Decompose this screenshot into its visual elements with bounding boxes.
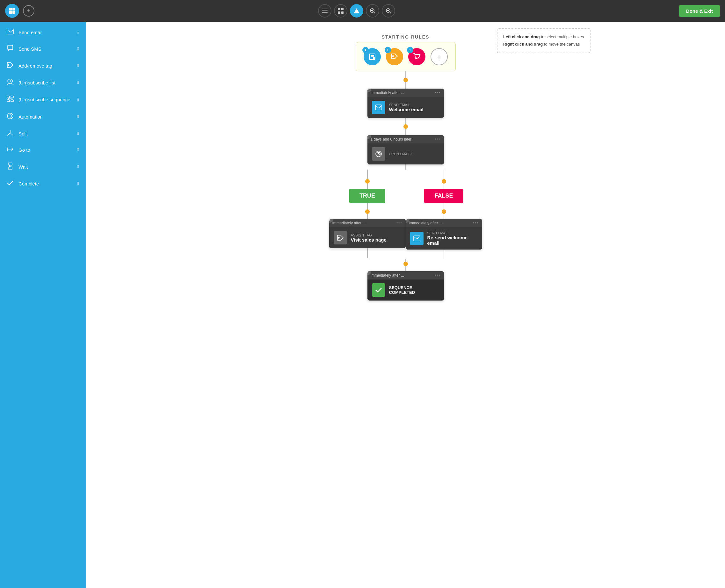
done-exit-button[interactable]: Done & Exit <box>679 5 720 17</box>
step-menu-5[interactable]: ••• <box>397 221 403 225</box>
branch-right-line2 <box>444 184 444 189</box>
dot-true2 <box>365 209 370 214</box>
step-body-5: ASSIGN TAG Visit sales page <box>329 227 406 248</box>
help-line1-rest: to select multiple boxes <box>540 35 584 39</box>
step-text-5: ASSIGN TAG Visit sales page <box>351 233 387 243</box>
topbar-left: + <box>5 4 35 18</box>
tool-zoom-in-button[interactable] <box>366 4 379 18</box>
svg-rect-0 <box>9 8 12 10</box>
drag-handle: ⠿ <box>77 182 80 186</box>
sidebar-item-send-email[interactable]: Send email ⠿ <box>0 24 86 40</box>
help-line2-bold: Right click and drag <box>503 42 543 46</box>
sidebar-item-go-to[interactable]: Go to ⠿ <box>0 142 86 158</box>
svg-rect-9 <box>338 12 340 14</box>
sidebar-item-split[interactable]: Split ⠿ <box>0 126 86 142</box>
step-node-5[interactable]: 5 Immediately after ... ••• <box>329 219 406 248</box>
step-node-7[interactable]: 7 Immediately after ... ••• SEQUENCE COM… <box>367 271 444 300</box>
tool-grid-button[interactable] <box>334 4 347 18</box>
step-header-5: Immediately after ... ••• <box>329 219 406 227</box>
help-line1: Left click and drag to select multiple b… <box>503 33 584 40</box>
svg-line-38 <box>7 133 10 135</box>
help-line1-bold: Left click and drag <box>503 35 540 39</box>
starting-rules-box: 1 1 <box>356 42 456 71</box>
trigger-cart[interactable]: 1 <box>408 48 425 65</box>
svg-point-23 <box>10 80 13 82</box>
step-menu-7[interactable]: ••• <box>435 273 441 278</box>
svg-rect-51 <box>414 236 420 241</box>
connector-3 <box>405 118 406 124</box>
step-node-4[interactable]: 4 1 days and 0 hours later ••• <box>367 135 444 165</box>
branch-left-bottom <box>367 248 368 258</box>
step-menu-3[interactable]: ••• <box>435 90 441 95</box>
trigger-tag[interactable]: 1 <box>386 48 403 65</box>
merge-line <box>405 259 406 261</box>
step-menu-6[interactable]: ••• <box>473 221 479 225</box>
step-header-7: Immediately after ... ••• <box>367 271 444 279</box>
drag-handle: ⠿ <box>77 132 80 136</box>
sidebar-item-send-sms[interactable]: Send SMS ⠿ <box>0 40 86 57</box>
sidebar-label-go-to: Go to <box>19 147 30 153</box>
svg-point-47 <box>418 58 419 59</box>
add-trigger-button[interactable]: + <box>430 48 448 65</box>
step-icon-3 <box>372 101 385 114</box>
split-icon <box>6 130 14 138</box>
dot-false <box>442 179 446 184</box>
sidebar-label-send-sms: Send SMS <box>19 46 41 51</box>
add-button[interactable]: + <box>23 5 35 17</box>
dot-true <box>365 179 370 184</box>
svg-point-21 <box>8 64 9 66</box>
tool-flow-button[interactable] <box>350 4 363 18</box>
sidebar-item-wait[interactable]: Wait ⠿ <box>0 158 86 175</box>
sidebar-item-unsubscribe-list[interactable]: (Un)subscribe list ⠿ <box>0 74 86 91</box>
sidebar-item-add-remove-tag[interactable]: Add/remove tag ⠿ <box>0 57 86 74</box>
drag-handle: ⠿ <box>77 64 80 68</box>
tool-list-button[interactable] <box>318 4 332 18</box>
drag-handle: ⠿ <box>77 115 80 119</box>
add-remove-tag-icon <box>6 62 14 70</box>
automation-icon <box>6 112 14 121</box>
branch-right-line4 <box>444 214 444 219</box>
svg-line-17 <box>390 12 391 14</box>
step-icon-6 <box>410 232 424 245</box>
action-name-3: Welcome email <box>389 107 424 112</box>
step-header-6: Immediately after ... ••• <box>406 219 482 227</box>
action-type-4: OPEN EMAIL ? <box>389 152 413 156</box>
step-timing-5: Immediately after ... <box>333 221 366 225</box>
sidebar-label-wait: Wait <box>19 164 28 170</box>
step-icon-7 <box>372 283 385 297</box>
main: Send email ⠿ Send SMS ⠿ <box>0 22 725 588</box>
trigger-badge-3: 1 <box>407 47 413 53</box>
drag-handle: ⠿ <box>77 30 80 35</box>
svg-rect-10 <box>341 12 344 14</box>
branch-left-line4 <box>367 214 368 219</box>
tool-zoom-out-button[interactable] <box>382 4 395 18</box>
step-timing-6: Immediately after ... <box>409 221 442 225</box>
canvas[interactable]: Left click and drag to select multiple b… <box>86 22 725 588</box>
branch-right-bottom <box>444 250 444 259</box>
svg-rect-24 <box>7 96 9 98</box>
false-button[interactable]: FALSE <box>424 189 463 203</box>
action-type-7: SEQUENCE COMPLETED <box>389 285 440 295</box>
wait-icon <box>6 163 14 171</box>
step-menu-4[interactable]: ••• <box>435 137 441 142</box>
sidebar-label-add-remove-tag: Add/remove tag <box>19 63 52 68</box>
step-text-6: SEND EMAIL Re-send welcome email <box>427 231 478 246</box>
svg-rect-26 <box>7 100 9 102</box>
action-type-3: SEND EMAIL <box>389 103 424 107</box>
sidebar-item-automation[interactable]: Automation ⠿ <box>0 108 86 126</box>
branch-right-line3 <box>444 203 444 209</box>
drag-handle: ⠿ <box>77 165 80 169</box>
sidebar-label-unsubscribe-sequence: (Un)subscribe sequence <box>19 97 70 102</box>
step-body-4: OPEN EMAIL ? <box>367 143 444 165</box>
action-name-6: Re-send welcome email <box>427 235 478 246</box>
step-node-6[interactable]: 6 Immediately after ... ••• <box>406 219 482 250</box>
svg-rect-20 <box>8 45 13 50</box>
sidebar-item-unsubscribe-sequence[interactable]: (Un)subscribe sequence ⠿ <box>0 91 86 108</box>
sidebar-item-complete[interactable]: Complete ⠿ <box>0 175 86 192</box>
drag-handle: ⠿ <box>77 81 80 85</box>
trigger-edit[interactable]: 1 <box>364 48 381 65</box>
step-node-3[interactable]: 3 Immediately after ... ••• <box>367 89 444 118</box>
step-timing-4: 1 days and 0 hours later <box>370 137 412 142</box>
connector-5 <box>405 165 406 170</box>
true-button[interactable]: TRUE <box>349 189 385 203</box>
